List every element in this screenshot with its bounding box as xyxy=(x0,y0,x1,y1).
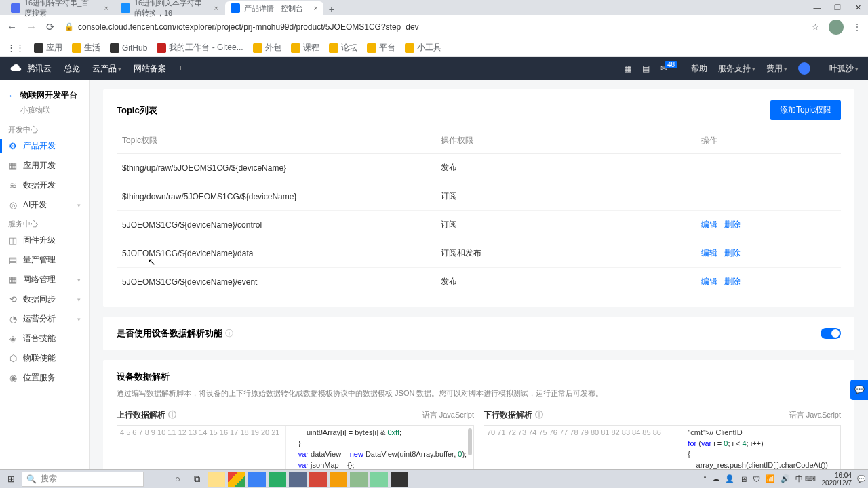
app-icon[interactable] xyxy=(350,472,368,487)
sidebar-item[interactable]: ◔ 运营分析 ▾ xyxy=(0,309,89,329)
bookmark-item[interactable]: 应用 xyxy=(34,42,62,54)
mail-icon[interactable]: ✉48 xyxy=(660,64,680,73)
info-icon[interactable]: ⓘ xyxy=(535,409,543,421)
sidebar-item[interactable]: ⟲ 数据同步 ▾ xyxy=(0,289,89,309)
sidebar-back[interactable]: ←物联网开发平台 xyxy=(0,87,89,104)
grid-icon[interactable]: ▦ xyxy=(624,64,631,73)
arrow-left-icon: ← xyxy=(8,91,16,100)
delete-link[interactable]: 删除 xyxy=(724,277,741,286)
sidebar-item-label: 产品开发 xyxy=(23,140,56,152)
topic-name: $thing/up/raw/5JOEOMS1CG/${deviceName} xyxy=(117,154,435,182)
app-icon[interactable] xyxy=(391,472,408,487)
sidebar-item[interactable]: ▤ 量产管理 xyxy=(0,250,89,270)
tab-close-icon[interactable]: × xyxy=(214,4,218,12)
close-icon[interactable]: ✕ xyxy=(848,0,868,15)
tray-chevron-icon[interactable]: ˄ xyxy=(703,475,707,483)
app-icon[interactable] xyxy=(370,472,388,487)
reload-icon[interactable]: ⟳ xyxy=(46,21,55,33)
user-name[interactable]: 一叶孤沙▾ xyxy=(821,63,859,75)
nav-back-icon[interactable]: ← xyxy=(7,21,17,33)
nav-add-icon[interactable]: + xyxy=(178,64,183,73)
sidebar-item[interactable]: ⚙ 产品开发 xyxy=(0,136,89,156)
sidebar-item[interactable]: ▦ 网络管理 ▾ xyxy=(0,270,89,289)
notifications-icon[interactable]: 💬 xyxy=(857,475,865,483)
bookmarks-bar: ⋮⋮应用生活GitHub我的工作台 - Gitee...外包课程论坛平台小工具 xyxy=(0,39,868,57)
delete-link[interactable]: 删除 xyxy=(724,248,741,258)
nav-products[interactable]: 云产品▾ xyxy=(92,63,121,75)
bookmark-item[interactable]: GitHub xyxy=(110,43,147,53)
sidebar-item[interactable]: ▦ 应用开发 xyxy=(0,156,89,176)
nav-forward-icon[interactable]: → xyxy=(26,21,37,33)
tray-icon[interactable]: 👤 xyxy=(725,474,734,483)
tray-icon[interactable]: 🛡 xyxy=(753,475,760,483)
add-topic-button[interactable]: 添加Topic权限 xyxy=(770,100,841,120)
bookmark-item[interactable]: 课程 xyxy=(291,42,319,54)
bookmark-item[interactable]: 小工具 xyxy=(405,42,441,54)
browser-tab[interactable]: 16进制转字符串_百度搜索× xyxy=(5,1,114,15)
taskbar-search[interactable]: 🔍搜索 xyxy=(22,472,144,487)
tray-icon[interactable]: ☁ xyxy=(712,474,719,483)
clock[interactable]: 16:042020/12/7 xyxy=(822,472,852,487)
nav-overview[interactable]: 总览 xyxy=(64,63,80,75)
bookmark-item[interactable]: 外包 xyxy=(253,42,281,54)
edit-link[interactable]: 编辑 xyxy=(701,248,717,258)
sidebar-item[interactable]: ⬡ 物联使能 xyxy=(0,348,89,368)
sidebar-item[interactable]: ◫ 固件升级 xyxy=(0,230,89,250)
topic-list-card: Topic列表 添加Topic权限 Topic权限 操作权限 操作 $thing… xyxy=(103,89,854,307)
tray-ime[interactable]: 中 ⌨ xyxy=(795,474,816,484)
tray-icon[interactable]: 🖥 xyxy=(740,475,747,483)
explorer-icon[interactable] xyxy=(208,472,225,487)
tray-volume-icon[interactable]: 🔊 xyxy=(781,474,790,483)
edit-link[interactable]: 编辑 xyxy=(701,220,717,229)
taskview-icon[interactable]: ⧉ xyxy=(189,472,205,487)
bookmark-item[interactable]: 论坛 xyxy=(329,42,357,54)
delete-link[interactable]: 删除 xyxy=(724,220,741,229)
cortana-icon[interactable]: ○ xyxy=(170,472,186,487)
scrollbar[interactable] xyxy=(468,428,472,455)
profile-avatar-icon[interactable] xyxy=(829,20,844,35)
sidebar-item[interactable]: ◎ AI开发 ▾ xyxy=(0,195,89,215)
lang-select[interactable]: 语言 JavaScript xyxy=(422,410,474,420)
app-icon[interactable] xyxy=(289,472,307,487)
tab-close-icon[interactable]: × xyxy=(104,4,108,12)
nav-help[interactable]: 帮助 xyxy=(691,63,707,75)
star-icon[interactable]: ☆ xyxy=(812,22,819,32)
wechat-icon[interactable] xyxy=(269,472,286,487)
lang-select[interactable]: 语言 JavaScript xyxy=(789,410,841,420)
bookmark-item[interactable]: 我的工作台 - Gitee... xyxy=(157,42,243,54)
doc-icon[interactable]: ▤ xyxy=(642,64,650,73)
bookmark-item[interactable]: 生活 xyxy=(72,42,100,54)
info-icon[interactable]: ⓘ xyxy=(225,328,233,340)
tab-close-icon[interactable]: × xyxy=(313,4,317,12)
new-tab-button[interactable]: + xyxy=(329,4,334,15)
app-icon[interactable] xyxy=(309,472,327,487)
nav-support[interactable]: 服务支持▾ xyxy=(718,63,755,75)
user-avatar-icon[interactable] xyxy=(798,62,810,75)
info-icon[interactable]: ⓘ xyxy=(168,409,176,421)
app-icon[interactable] xyxy=(330,472,347,487)
brand-logo[interactable]: 腾讯云 xyxy=(9,61,52,77)
sidebar-icon: ◔ xyxy=(8,314,18,324)
up-code-editor[interactable]: 4 5 6 7 8 9 10 11 12 13 14 15 16 17 18 1… xyxy=(117,425,474,469)
tray-wifi-icon[interactable]: 📶 xyxy=(766,474,775,483)
address-bar[interactable]: 🔒 console.cloud.tencent.com/iotexplorer/… xyxy=(64,22,802,32)
edit-link[interactable]: 编辑 xyxy=(701,277,717,286)
nav-beian[interactable]: 网站备案 xyxy=(134,63,166,75)
parse-toggle-switch[interactable] xyxy=(821,328,841,339)
start-button[interactable]: ⊞ xyxy=(3,472,19,487)
app-icon[interactable] xyxy=(248,472,266,487)
bookmark-item[interactable]: 平台 xyxy=(367,42,395,54)
sidebar-icon: ◫ xyxy=(8,236,18,245)
sidebar-item[interactable]: ≋ 数据开发 xyxy=(0,176,89,195)
chrome-icon[interactable] xyxy=(228,472,245,487)
maximize-icon[interactable]: ❐ xyxy=(827,0,848,15)
browser-tab-active[interactable]: 产品详情 - 控制台× xyxy=(225,1,323,15)
menu-icon[interactable]: ⋮ xyxy=(853,22,861,32)
down-code-editor[interactable]: 70 71 72 73 74 75 76 77 78 79 80 81 82 8… xyxy=(484,425,841,469)
sidebar-item[interactable]: ◈ 语音技能 xyxy=(0,329,89,348)
nav-fee[interactable]: 费用▾ xyxy=(766,63,787,75)
sidebar-item[interactable]: ◉ 位置服务 xyxy=(0,368,89,388)
minimize-icon[interactable]: — xyxy=(807,0,827,15)
chat-float-icon[interactable]: 💬 xyxy=(850,380,868,400)
browser-tab[interactable]: 16进制到文本字符串的转换，16× xyxy=(115,1,224,15)
